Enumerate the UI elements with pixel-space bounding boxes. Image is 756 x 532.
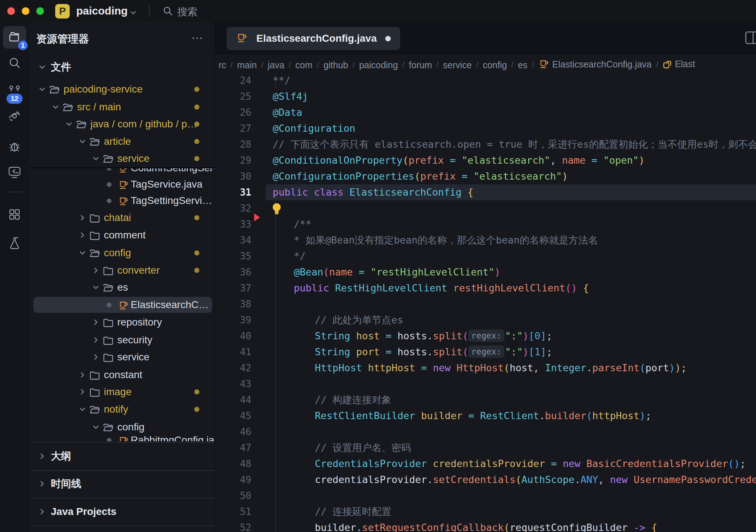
- code-line-47[interactable]: 47// 设置用户名、密码: [215, 440, 756, 456]
- code-line-42[interactable]: 42HttpHost httpHost = new HttpHost(host,…: [215, 360, 756, 376]
- breadcrumb-item[interactable]: java: [268, 60, 284, 70]
- code-line-46[interactable]: 46: [215, 424, 756, 440]
- global-search[interactable]: 搜索: [163, 5, 198, 19]
- line-number: 44: [215, 392, 251, 408]
- code-line-29[interactable]: 29@ConditionalOnProperty(prefix = "elast…: [215, 152, 756, 168]
- line-number: 47: [215, 440, 251, 456]
- java-file-icon: [538, 58, 549, 71]
- code-line-28[interactable]: 28// 下面这个表示只有 elasticsearch.open = true …: [215, 136, 756, 152]
- breadcrumb-item[interactable]: es: [518, 60, 527, 70]
- tree-item-tagservice-java[interactable]: TagService.java: [29, 176, 215, 192]
- chevron-down-icon: [78, 249, 86, 257]
- close-button[interactable]: [7, 7, 15, 15]
- sidebar-item-explorer[interactable]: 1: [3, 26, 26, 49]
- breadcrumb-item[interactable]: main: [237, 60, 257, 70]
- tree-item-article[interactable]: article: [29, 134, 215, 150]
- breadcrumb-item[interactable]: rc: [219, 60, 226, 70]
- tree-item-chatai[interactable]: chatai: [29, 210, 215, 226]
- breadcrumb-item[interactable]: forum: [409, 60, 432, 70]
- class-symbol-icon: [663, 60, 672, 71]
- more-actions-icon[interactable]: …: [191, 28, 204, 42]
- code-line-34[interactable]: 34 * 如果@Bean没有指定bean的名称，那么这个bean的名称就是方法名: [215, 232, 756, 248]
- tree-item-repository[interactable]: repository: [29, 314, 215, 330]
- minimize-button[interactable]: [22, 7, 29, 15]
- lightbulb-icon[interactable]: [270, 202, 283, 218]
- code-line-40[interactable]: 40String host = hosts.split(regex:":")[0…: [215, 328, 756, 344]
- code-line-36[interactable]: 36@Bean(name = "restHighLevelClient"): [215, 264, 756, 280]
- tree-item-src-main[interactable]: src / main: [29, 99, 215, 115]
- tree-item-service[interactable]: service: [29, 349, 215, 365]
- tree-item-notify[interactable]: notify: [29, 401, 215, 417]
- tree-item-comment[interactable]: comment: [29, 227, 215, 243]
- code-line-49[interactable]: 49credentialsProvider.setCredentials(Aut…: [215, 472, 756, 488]
- sidebar-item-source-control[interactable]: 12: [3, 79, 26, 102]
- java-file-icon: [118, 179, 129, 190]
- code-line-38[interactable]: 38: [215, 296, 756, 312]
- tree-item-paicoding-service[interactable]: paicoding-service: [29, 81, 215, 97]
- code-line-41[interactable]: 41String port = hosts.split(regex:":")[1…: [215, 344, 756, 360]
- tree-item-security[interactable]: security: [29, 332, 215, 348]
- code-text: **/: [273, 75, 290, 89]
- code-line-24[interactable]: 24 **/: [215, 75, 756, 89]
- code-line-44[interactable]: 44// 构建连接对象: [215, 392, 756, 408]
- tree-item-converter[interactable]: converter: [29, 262, 215, 278]
- tree-item-java-com-github-p[interactable]: java / com / github / p…: [29, 116, 215, 132]
- code-line-48[interactable]: 48CredentialsProvider credentialsProvide…: [215, 456, 756, 472]
- code-text: public class ElasticsearchConfig {: [273, 184, 473, 200]
- chevron-right-icon: [78, 371, 86, 379]
- sidebar-item-tests[interactable]: [3, 232, 26, 254]
- tab-elasticsearchconfig[interactable]: ElasticsearchConfig.java: [227, 27, 400, 50]
- code-line-31[interactable]: 31public class ElasticsearchConfig {: [215, 184, 756, 200]
- split-editor-icon[interactable]: [745, 30, 756, 45]
- code-text: @Data: [273, 105, 302, 120]
- breadcrumb-item[interactable]: paicoding: [359, 60, 398, 70]
- breadcrumb-item[interactable]: com: [295, 60, 312, 70]
- code-line-37[interactable]: 37public RestHighLevelClient restHighLev…: [215, 280, 756, 296]
- tree-item-文件[interactable]: 文件: [29, 59, 215, 75]
- tree-item-config[interactable]: config: [29, 245, 215, 261]
- tree-item-service[interactable]: service: [29, 151, 215, 167]
- sidebar-section-大纲[interactable]: 大纲: [29, 448, 215, 464]
- code-editor[interactable]: 24 **/25@Slf4j26@Data27@Configuration28/…: [215, 75, 756, 532]
- code-line-27[interactable]: 27@Configuration: [215, 120, 756, 136]
- marker-arrow-icon[interactable]: [254, 213, 260, 221]
- inlay-hint: regex:: [468, 330, 504, 342]
- project-name[interactable]: paicoding: [76, 5, 128, 17]
- code-line-51[interactable]: 51// 连接延时配置: [215, 504, 756, 520]
- tree-item-tagsettingservi[interactable]: TagSettingServi…: [29, 193, 215, 209]
- zoom-button[interactable]: [36, 7, 44, 15]
- code-line-52[interactable]: 52builder.setRequestConfigCallback(reque…: [215, 520, 756, 532]
- sidebar-item-watch[interactable]: [3, 105, 26, 127]
- tree-item-es[interactable]: es: [29, 279, 215, 295]
- sidebar-section-java-projects[interactable]: Java Projects: [29, 504, 215, 520]
- breadcrumb-item[interactable]: ElasticsearchConfig.java: [538, 58, 652, 71]
- breadcrumb-item[interactable]: service: [443, 60, 472, 70]
- sidebar-section-时间线[interactable]: 时间线: [29, 476, 215, 492]
- breadcrumb-item[interactable]: github: [324, 60, 348, 70]
- code-line-30[interactable]: 30@ConfigurationProperties(prefix = "ela…: [215, 168, 756, 184]
- code-line-25[interactable]: 25@Slf4j: [215, 89, 756, 105]
- code-line-32[interactable]: 32: [215, 200, 756, 216]
- tree-item-elasticsearchc[interactable]: ElasticsearchC…: [29, 297, 215, 313]
- search-icon: [8, 56, 21, 69]
- sidebar-item-remote-terminal[interactable]: [3, 161, 26, 184]
- chevron-down-icon[interactable]: [129, 9, 137, 19]
- line-number: 34: [215, 232, 251, 248]
- code-line-26[interactable]: 26@Data: [215, 105, 756, 120]
- code-line-50[interactable]: 50: [215, 488, 756, 504]
- code-line-43[interactable]: 43: [215, 376, 756, 392]
- tree-item-constant[interactable]: constant: [29, 367, 215, 383]
- breadcrumb-item[interactable]: config: [483, 60, 507, 70]
- code-line-39[interactable]: 39// 此处为单节点es: [215, 312, 756, 328]
- breadcrumb-item[interactable]: Elast: [663, 59, 695, 71]
- sidebar-item-debug[interactable]: [3, 135, 26, 157]
- code-line-33[interactable]: 33/**: [215, 216, 756, 232]
- sidebar-item-search[interactable]: [3, 52, 26, 74]
- code-line-45[interactable]: 45RestClientBuilder builder = RestClient…: [215, 408, 756, 424]
- tree-item-image[interactable]: image: [29, 384, 215, 400]
- tree-item-rabbitmqconfig-java[interactable]: RabbitmqConfig.java: [29, 432, 215, 448]
- section-label: Java Projects: [51, 504, 117, 520]
- chevron-right-icon: [92, 336, 100, 344]
- code-line-35[interactable]: 35 */: [215, 248, 756, 264]
- sidebar-item-extensions[interactable]: [3, 203, 26, 226]
